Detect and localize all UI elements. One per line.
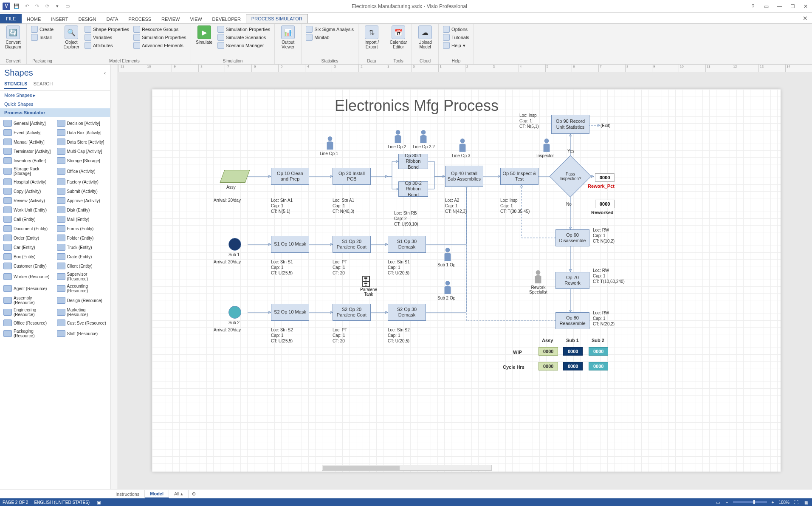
output-viewer-button[interactable]: 📊Output Viewer	[277, 25, 299, 50]
person-lineop1[interactable]	[325, 136, 335, 150]
shape-4-l[interactable]: Inventory (Buffer)	[2, 156, 55, 165]
shape-10-l[interactable]: Call (Entity)	[2, 215, 55, 224]
sheet-model[interactable]: Model	[145, 490, 169, 498]
reworked-counter[interactable]: 0000	[595, 200, 615, 208]
tutorials-button[interactable]: Tutorials	[442, 34, 470, 41]
save-icon[interactable]: 💾	[12, 2, 21, 11]
shape-18-r[interactable]: Design (Resource)	[55, 294, 109, 306]
undo-icon[interactable]: ↶	[22, 2, 31, 11]
pass-inspection-diamond[interactable]: Pass Inspection?	[550, 155, 592, 198]
op80-box[interactable]: Op 80 Reassemble	[555, 312, 589, 329]
shape-21-r[interactable]: Staff (Resource)	[55, 328, 109, 339]
horizontal-scrollbar[interactable]	[322, 465, 492, 471]
op30-1-box[interactable]: Op 30-1 Ribbon Bond	[398, 154, 428, 169]
wip-sub1-val[interactable]: 0000	[563, 347, 583, 356]
tab-developer[interactable]: DEVELOPER	[207, 15, 246, 23]
shape-0-l[interactable]: General [Activity]	[2, 119, 55, 128]
upload-model-button[interactable]: ☁Upload Model	[414, 25, 436, 50]
shape-13-l[interactable]: Car (Entity)	[2, 243, 55, 252]
visio-app-icon[interactable]: V	[2, 2, 11, 11]
sheet-instructions[interactable]: Instructions	[110, 490, 145, 498]
refresh-icon[interactable]: ⟳	[42, 2, 52, 11]
help-icon[interactable]: ?	[747, 2, 759, 11]
touch-mode-icon[interactable]: ▭	[63, 2, 72, 11]
minimize-icon[interactable]: —	[773, 2, 786, 11]
calendar-editor-button[interactable]: 📅Calendar Editor	[388, 25, 409, 50]
rework-pct-counter[interactable]: 0000	[595, 173, 615, 182]
shape-2-r[interactable]: Data Store [Activity]	[55, 137, 109, 147]
tab-insert[interactable]: INSERT	[46, 15, 73, 23]
help-button[interactable]: Help ▾	[442, 42, 470, 49]
zoom-in-icon[interactable]: +	[770, 500, 775, 505]
shape-19-l[interactable]: Engineering (Resource)	[2, 306, 55, 318]
op90-box[interactable]: Op 90 Record Unit Statistics	[551, 115, 589, 134]
shape-5-r[interactable]: Office (Activity)	[55, 165, 109, 177]
shape-6-l[interactable]: Hospital (Activity)	[2, 177, 55, 187]
tab-process-simulator[interactable]: PROCESS SIMULATOR	[246, 14, 308, 23]
cy-assy-val[interactable]: 0000	[539, 362, 558, 370]
shape-13-r[interactable]: Truck (Entity)	[55, 243, 109, 252]
tab-data[interactable]: DATA	[102, 15, 124, 23]
ribbon-collapse-icon[interactable]: ▭	[760, 2, 773, 11]
quick-shapes[interactable]: Quick Shapes	[0, 100, 110, 108]
s1-op10-box[interactable]: S1 Op 10 Mask	[271, 236, 309, 253]
tab-file[interactable]: FILE	[0, 14, 22, 23]
simulation-properties2-button[interactable]: Simulation Properties	[217, 25, 271, 33]
shape-3-l[interactable]: Terminator [Activity]	[2, 147, 55, 156]
customize-qat-icon[interactable]: ▾	[53, 2, 62, 11]
s2-op10-box[interactable]: S2 Op 10 Mask	[271, 304, 309, 321]
op50-box[interactable]: Op 50 Inspect & Test	[500, 168, 539, 185]
process-simulator-stencil[interactable]: Process Simulator	[0, 108, 110, 117]
shape-6-r[interactable]: Factory (Activity)	[55, 177, 109, 187]
simulate-scenarios-button[interactable]: Simulate Scenarios	[217, 34, 271, 41]
tab-home[interactable]: HOME	[22, 15, 46, 23]
assy-node[interactable]	[220, 170, 250, 183]
s2-op30-box[interactable]: S2 Op 30 Demask	[388, 304, 426, 321]
s1-op30-box[interactable]: S1 Op 30 Demask	[388, 236, 426, 253]
presentation-mode-icon[interactable]: ▭	[715, 500, 721, 505]
add-sheet-icon[interactable]: ⊕	[189, 490, 199, 498]
shape-11-l[interactable]: Document (Entity)	[2, 224, 55, 233]
shape-20-l[interactable]: Office (Resource)	[2, 318, 55, 328]
shape-12-r[interactable]: Folder (Entity)	[55, 233, 109, 243]
op40-box[interactable]: Op 40 Install Sub Assemblies	[445, 166, 483, 187]
shape-7-r[interactable]: Submit (Activity)	[55, 187, 109, 196]
convert-diagram-button[interactable]: 🔄Convert Diagram	[3, 25, 24, 50]
object-explorer-button[interactable]: 🔍Object Explorer	[61, 25, 82, 50]
shape-19-r[interactable]: Marketing (Resource)	[55, 306, 109, 318]
canvas-scroll[interactable]: Electronics Mfg Process	[118, 72, 804, 481]
stencils-tab[interactable]: STENCILS	[4, 81, 27, 89]
resource-groups-button[interactable]: Resource Groups	[133, 25, 187, 33]
tab-view[interactable]: VIEW	[185, 15, 207, 23]
shape-1-l[interactable]: Event [Activity]	[2, 128, 55, 137]
shape-0-r[interactable]: Decision [Activity]	[55, 119, 109, 128]
zoom-slider[interactable]	[733, 501, 767, 503]
shape-16-r[interactable]: Supervisor (Resource)	[55, 271, 109, 283]
person-rework[interactable]	[533, 270, 543, 284]
shape-11-r[interactable]: Forms (Entity)	[55, 224, 109, 233]
cy-sub1-val[interactable]: 0000	[563, 362, 583, 370]
shape-21-l[interactable]: Packaging (Resource)	[2, 328, 55, 339]
import-export-button[interactable]: ⇅Import / Export	[361, 25, 382, 50]
six-sigma-button[interactable]: Six Sigma Analysis	[305, 25, 355, 33]
cy-sub2-val[interactable]: 0000	[589, 362, 608, 370]
shape-9-r[interactable]: Disk (Entity)	[55, 205, 109, 215]
s2-op20-box[interactable]: S2 Op 20 Paralene Coat	[333, 304, 371, 321]
op10-box[interactable]: Op 10 Clean and Prep	[271, 168, 309, 185]
attributes-button[interactable]: Attributes	[84, 42, 130, 49]
ribbon-close-icon[interactable]: ✕	[798, 13, 812, 23]
tab-review[interactable]: REVIEW	[156, 15, 185, 23]
more-shapes[interactable]: More Shapes ▸	[0, 91, 110, 100]
options-button[interactable]: Options	[442, 25, 470, 33]
op60-box[interactable]: Op 60 Disassemble	[555, 229, 589, 246]
person-lineop3[interactable]	[458, 138, 467, 153]
advanced-elements-button[interactable]: Advanced Elements	[133, 42, 187, 49]
variables-button[interactable]: Variables	[84, 34, 130, 41]
sub2-node[interactable]	[228, 306, 241, 319]
shape-2-l[interactable]: Manual [Activity]	[2, 137, 55, 147]
person-inspector[interactable]	[542, 138, 551, 153]
shape-3-r[interactable]: Multi-Cap [Activity]	[55, 147, 109, 156]
search-tab[interactable]: SEARCH	[33, 81, 53, 89]
person-lineop2[interactable]	[393, 130, 403, 144]
shape-1-r[interactable]: Data Box [Activity]	[55, 128, 109, 137]
